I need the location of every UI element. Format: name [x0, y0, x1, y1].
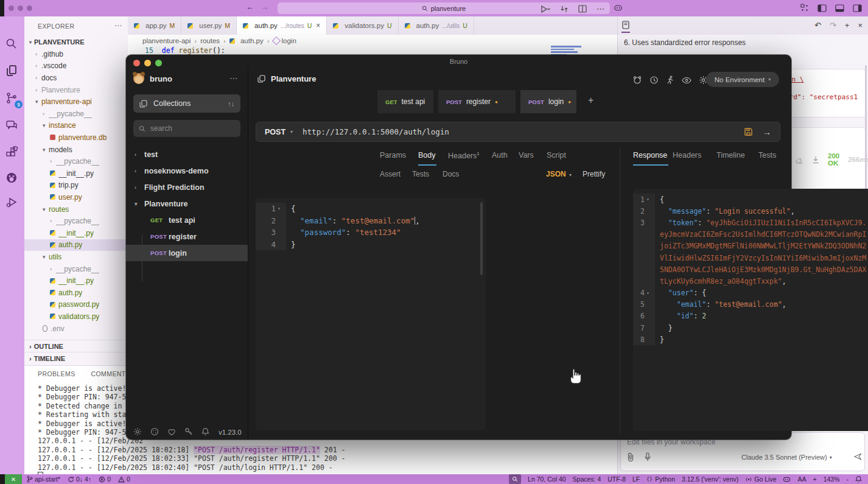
toggle-secondary-sidebar-icon[interactable]	[853, 4, 862, 12]
macos-minimize-button[interactable]	[18, 5, 23, 11]
breadcrumb-item-login[interactable]: login	[273, 37, 296, 44]
collection-item-planventure[interactable]: ▾Planventure	[126, 195, 248, 212]
collection-item-flight-prediction[interactable]: ›Flight Prediction	[126, 179, 248, 195]
copilot-icon[interactable]	[614, 4, 623, 12]
toggle-panel-icon[interactable]	[835, 4, 844, 12]
forward-button[interactable]: →	[261, 2, 268, 12]
close-icon[interactable]: ×	[858, 21, 863, 30]
status-item--[interactable]: +	[813, 475, 817, 483]
model-picker[interactable]: Claude 3.5 Sonnet (Preview) ▾	[741, 454, 832, 461]
request-pane-tab-docs[interactable]: Docs	[443, 170, 459, 178]
runner-icon[interactable]	[666, 75, 674, 85]
settings-icon[interactable]	[133, 427, 142, 436]
bruno-close-button[interactable]	[133, 60, 140, 66]
tab-validators-py[interactable]: validators.pyU	[327, 16, 398, 35]
bruno-minimize-button[interactable]	[144, 60, 151, 66]
tab-auth-py[interactable]: auth.py.../utilsU	[399, 16, 474, 35]
collection-item-login[interactable]: POSTlogin	[126, 245, 248, 261]
back-button[interactable]: ←	[246, 2, 254, 12]
send-request-icon[interactable]: →	[763, 127, 771, 137]
request-pane-tab-assert[interactable]: Assert	[380, 170, 401, 178]
status-item-ln-70-col-40[interactable]: Ln 70, Col 40	[528, 475, 565, 483]
notifications-icon[interactable]	[201, 427, 209, 436]
request-tab-login[interactable]: POSTlogin●	[520, 90, 576, 113]
collection-search-input[interactable]: search	[133, 120, 240, 137]
preview-icon[interactable]	[682, 77, 691, 84]
tab-user-py[interactable]: user.pyM	[181, 16, 237, 35]
request-pane-tab-headers[interactable]: Headers1	[448, 151, 480, 160]
tree-item-planventure-api[interactable]: ▾planventure-api•	[24, 96, 138, 108]
status-item-0[interactable]: 0	[99, 475, 111, 483]
prettify-button[interactable]: Prettify	[583, 170, 605, 178]
run-button[interactable]	[541, 5, 550, 13]
tree-item-planventure[interactable]: ›Planventure	[24, 84, 138, 96]
collection-item-noseknows-demo[interactable]: ›noseknows-demo	[126, 163, 248, 179]
request-pane-tab-tests[interactable]: Tests	[412, 170, 429, 178]
heart-icon[interactable]	[167, 428, 176, 436]
split-editor-icon[interactable]	[578, 5, 587, 13]
panel-tab-problems[interactable]: PROBLEMS	[38, 370, 75, 377]
tree-item--github[interactable]: ›.github	[24, 48, 138, 60]
github-icon[interactable]	[5, 171, 19, 186]
explorer-more-icon[interactable]: ⋯	[114, 21, 122, 30]
history-icon[interactable]	[649, 75, 659, 85]
response-pane-tab-response[interactable]: Response	[633, 151, 667, 160]
search-icon[interactable]	[5, 37, 19, 52]
send-icon[interactable]	[853, 452, 863, 461]
request-tab-test-api[interactable]: GETtest api	[377, 90, 433, 113]
pane-divider[interactable]	[620, 147, 620, 433]
attach-icon[interactable]	[627, 452, 634, 461]
status-item--[interactable]: -	[847, 475, 849, 483]
status-item-143-[interactable]: 143%	[824, 475, 840, 483]
environment-selector[interactable]: No Environment ▾	[706, 72, 779, 87]
request-pane-tab-auth[interactable]: Auth	[492, 151, 508, 160]
request-pane-tab-vars[interactable]: Vars	[519, 151, 534, 160]
source-control-icon[interactable]: 9	[5, 91, 19, 106]
sidebar-section-outline[interactable]: ›OUTLINE	[24, 340, 127, 352]
status-item[interactable]	[783, 476, 791, 483]
bruno-zoom-button[interactable]	[155, 60, 162, 66]
status-item-utf-8[interactable]: UTF-8	[607, 475, 626, 483]
status-item-api-start-[interactable]: api-start*	[27, 475, 60, 483]
tree-item--vscode[interactable]: ›.vscode	[24, 60, 138, 72]
clear-response-icon[interactable]	[796, 156, 803, 164]
request-pane-tab-params[interactable]: Params	[380, 151, 406, 160]
collection-item-test-api[interactable]: GETtest api	[126, 212, 248, 228]
collection-item-test[interactable]: ›test	[126, 146, 248, 163]
undo-icon[interactable]: ↶	[814, 21, 821, 30]
breadcrumb-item-routes[interactable]: routes	[200, 37, 220, 44]
request-pane-tab-body[interactable]: Body	[418, 151, 436, 160]
new-chat-icon[interactable]: +	[845, 21, 850, 30]
status-item-go-live[interactable]: Go Live	[745, 475, 776, 483]
more-actions-icon[interactable]: ⋯	[597, 4, 604, 13]
response-pane-tab-timeline[interactable]: Timeline	[716, 151, 745, 160]
cookie-icon[interactable]	[150, 427, 159, 436]
toggle-sidebar-icon[interactable]	[817, 4, 827, 12]
microphone-icon[interactable]	[644, 452, 651, 461]
macos-zoom-button[interactable]	[27, 5, 32, 11]
status-item-aa[interactable]: AA	[797, 475, 806, 483]
url-bar[interactable]: POST ▾ http://127.0.0.1:5000/auth/login …	[256, 122, 780, 142]
breadcrumb-item-auth-py[interactable]: auth.py	[229, 37, 264, 44]
chat-icon[interactable]	[5, 119, 19, 133]
status-item-python[interactable]: {}Python	[646, 475, 675, 483]
panel-tab-comments[interactable]: COMMENTS	[91, 370, 130, 377]
tab-auth-py[interactable]: auth.py.../routesU×	[237, 16, 327, 35]
status-item[interactable]	[855, 475, 862, 483]
response-pane-tab-tests[interactable]: Tests	[758, 151, 776, 160]
collections-button[interactable]: Collections ↑↓	[133, 94, 240, 113]
close-icon[interactable]: ×	[316, 21, 320, 30]
response-pane-tab-headers[interactable]: Headers	[673, 151, 701, 160]
tree-item-docs[interactable]: ›docs	[24, 72, 138, 84]
tab-app-py[interactable]: app.pyM	[128, 16, 181, 35]
sidebar-section-timeline[interactable]: ›TIMELINE	[24, 352, 127, 364]
collection-item-register[interactable]: POSTregister	[126, 228, 248, 245]
status-item-lf[interactable]: LF	[632, 475, 640, 483]
run-debug-icon[interactable]	[5, 195, 19, 210]
download-response-icon[interactable]	[812, 156, 819, 164]
body-format-selector[interactable]: JSON	[546, 170, 566, 178]
request-tab-register[interactable]: POSTregister●	[438, 90, 516, 113]
explorer-root-folder[interactable]: ▾ PLANVENTURE	[29, 38, 85, 46]
chat-tab-icon[interactable]	[621, 21, 630, 33]
status-item-0-4-[interactable]: 0↓ 4↑	[68, 475, 91, 483]
